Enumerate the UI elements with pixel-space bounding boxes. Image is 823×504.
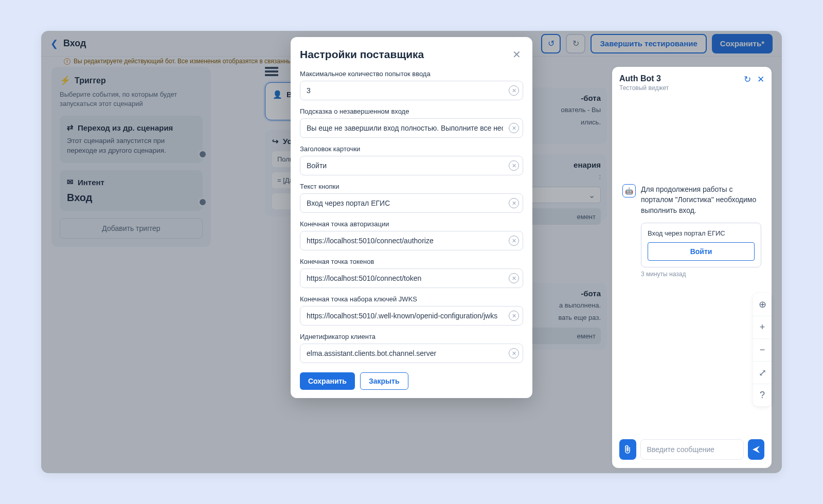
field-label: Иднетификатор клиента — [300, 333, 523, 340]
chat-test-panel: Auth Bot 3 Тестовый виджет ↻ ✕ 🤖 Для про… — [612, 67, 772, 468]
clear-icon[interactable]: ✕ — [509, 198, 519, 208]
clear-icon[interactable]: ✕ — [509, 348, 519, 358]
bot-avatar-icon: 🤖 — [622, 184, 636, 197]
auth-endpoint-input[interactable] — [300, 231, 523, 250]
hint-input[interactable] — [300, 118, 523, 138]
modal-close-text-button[interactable]: Закрыть — [360, 372, 408, 390]
jwks-input[interactable] — [300, 306, 523, 326]
clear-icon[interactable]: ✕ — [509, 160, 519, 171]
send-icon — [752, 445, 760, 454]
zoom-toolbar: ⊕ + − ⤢ ? — [753, 293, 772, 406]
clear-icon[interactable]: ✕ — [509, 273, 519, 283]
paperclip-icon — [623, 445, 632, 454]
zoom-out-button[interactable]: − — [753, 338, 772, 361]
attach-button[interactable] — [619, 439, 636, 460]
message-timestamp: 3 минуты назад — [641, 271, 761, 278]
clear-icon[interactable]: ✕ — [509, 85, 519, 96]
zoom-fit-button[interactable]: ⊕ — [753, 293, 772, 316]
modal-title: Настройки поставщика — [300, 48, 424, 61]
chat-title: Auth Bot 3 — [619, 74, 669, 83]
field-label: Текст кнопки — [300, 183, 523, 190]
field-label: Заголовок карточки — [300, 145, 523, 153]
max-attempts-input[interactable] — [300, 81, 523, 100]
field-label: Максимальное количество попыток ввода — [300, 70, 523, 78]
card-title-input[interactable] — [300, 156, 523, 175]
chat-subtitle: Тестовый виджет — [619, 84, 669, 92]
button-text-input[interactable] — [300, 193, 523, 213]
modal-save-button[interactable]: Сохранить — [300, 372, 355, 390]
message-input[interactable] — [640, 439, 744, 460]
login-button[interactable]: Войти — [648, 242, 755, 261]
clear-icon[interactable]: ✕ — [509, 236, 519, 246]
send-button[interactable] — [748, 439, 765, 460]
refresh-icon[interactable]: ↻ — [744, 74, 751, 85]
clear-icon[interactable]: ✕ — [509, 123, 519, 133]
clear-icon[interactable]: ✕ — [509, 311, 519, 321]
field-label: Конечная точка набора ключей JWKS — [300, 295, 523, 303]
provider-settings-modal: Настройки поставщика ✕ Максимальное коли… — [291, 37, 532, 398]
field-label: Подсказка о незавершенном входе — [300, 107, 523, 115]
token-endpoint-input[interactable] — [300, 268, 523, 288]
field-label: Конечная точка токенов — [300, 258, 523, 265]
bot-message: 🤖 Для продолжения работы с порталом "Лог… — [622, 184, 761, 278]
client-id-input[interactable] — [300, 344, 523, 363]
help-button[interactable]: ? — [753, 384, 772, 406]
collapse-button[interactable]: ⤢ — [753, 361, 772, 384]
field-label: Конечная точка авторизации — [300, 220, 523, 228]
zoom-in-button[interactable]: + — [753, 316, 772, 338]
modal-close-button[interactable]: ✕ — [510, 46, 523, 63]
login-card: Вход через портал ЕГИС Войти — [641, 223, 761, 267]
close-icon[interactable]: ✕ — [757, 74, 764, 85]
